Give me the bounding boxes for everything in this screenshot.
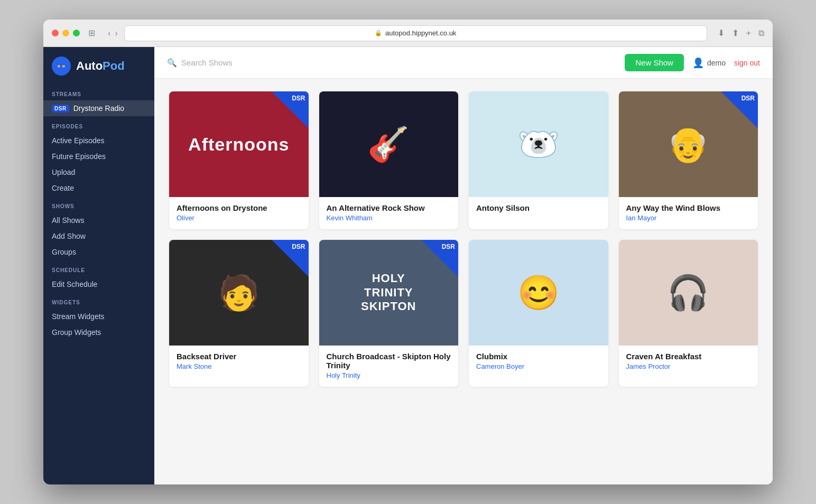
show-card-afternoons[interactable]: Afternoons DSR Afternoons on Drystone Ol…	[169, 91, 309, 229]
show-card-wind[interactable]: 👴 DSR Any Way the Wind Blows Ian Mayor	[619, 91, 758, 229]
download-button[interactable]: ⬇	[718, 28, 725, 38]
maximize-button[interactable]	[73, 30, 80, 36]
url-text: autopod.hippynet.co.uk	[385, 29, 456, 37]
show-card-clubmix[interactable]: 😊 Clubmix Cameron Boyer	[469, 240, 608, 387]
sidebar-item-stream-widgets[interactable]: Stream Widgets	[43, 309, 154, 324]
show-thumb-church: HOLYTRINITYSKIPTON DSR	[319, 240, 459, 346]
app-layout: 👓 AutoPod STREAMS DSR Drystone Radio EPI…	[43, 47, 773, 484]
show-thumb-craven: 🎧	[619, 240, 758, 346]
show-host-clubmix: Cameron Boyer	[476, 362, 601, 370]
upload-label: Upload	[52, 168, 75, 176]
show-title-antony: Antony Silson	[476, 203, 601, 212]
shows-grid: Afternoons DSR Afternoons on Drystone Ol…	[169, 91, 758, 387]
show-host-wind: Ian Mayor	[626, 214, 751, 222]
show-title-wind: Any Way the Wind Blows	[626, 203, 751, 212]
future-episodes-label: Future Episodes	[52, 152, 106, 161]
sidebar: 👓 AutoPod STREAMS DSR Drystone Radio EPI…	[43, 47, 154, 484]
sidebar-item-future-episodes[interactable]: Future Episodes	[43, 148, 154, 164]
traffic-lights	[52, 30, 80, 36]
browser-window: ⊞ ‹ › 🔒 autopod.hippynet.co.uk ⬇ ⬆ + ⧉ 👓…	[43, 20, 773, 484]
sidebar-item-all-shows[interactable]: All Shows	[43, 212, 154, 228]
streams-section-label: STREAMS	[43, 84, 154, 100]
show-host-church: Holy Trinity	[327, 371, 451, 379]
sidebar-item-active-episodes[interactable]: Active Episodes	[43, 133, 154, 148]
user-area: 👤 demo	[692, 57, 726, 69]
sidebar-item-group-widgets[interactable]: Group Widgets	[43, 324, 154, 340]
create-label: Create	[52, 184, 74, 192]
sidebar-item-create[interactable]: Create	[43, 180, 154, 196]
sidebar-item-drystone-radio[interactable]: DSR Drystone Radio	[43, 100, 154, 116]
show-host-afternoons: Oliver	[177, 214, 301, 222]
sidebar-item-add-show[interactable]: Add Show	[43, 228, 154, 244]
logo-pod: Pod	[103, 59, 125, 72]
episodes-section-label: EPISODES	[43, 116, 154, 133]
browser-actions: ⬇ ⬆ + ⧉	[718, 28, 764, 38]
show-info-craven: Craven At Breakfast James Proctor	[619, 346, 758, 378]
topbar: 🔍 New Show 👤 demo sign out	[154, 47, 773, 79]
new-tab-button[interactable]: +	[746, 28, 751, 38]
stream-widgets-label: Stream Widgets	[52, 312, 105, 321]
sidebar-item-groups[interactable]: Groups	[43, 244, 154, 260]
logo-icon: 👓	[52, 57, 71, 76]
show-info-church: Church Broadcast - Skipton Holy Trinity …	[319, 346, 459, 387]
show-info-backseat: Backseat Driver Mark Stone	[169, 346, 309, 378]
all-shows-label: All Shows	[52, 216, 84, 225]
browser-controls: ‹ ›	[108, 29, 118, 38]
show-title-afternoons: Afternoons on Drystone	[177, 203, 301, 212]
show-host-craven: James Proctor	[626, 362, 751, 370]
show-title-clubmix: Clubmix	[476, 352, 601, 361]
sidebar-toggle-button[interactable]: ⊞	[88, 28, 95, 38]
share-button[interactable]: ⬆	[732, 28, 739, 38]
sidebar-item-edit-schedule[interactable]: Edit Schedule	[43, 276, 154, 292]
group-widgets-label: Group Widgets	[52, 328, 101, 337]
show-info-alt-rock: An Alternative Rock Show Kevin Whitham	[319, 197, 459, 229]
minimize-button[interactable]	[62, 30, 69, 36]
groups-label: Groups	[52, 248, 76, 256]
widgets-section-label: WIDGETS	[43, 292, 154, 309]
show-host-backseat: Mark Stone	[177, 362, 301, 370]
show-title-backseat: Backseat Driver	[177, 352, 301, 361]
search-icon: 🔍	[167, 58, 177, 68]
show-title-craven: Craven At Breakfast	[626, 352, 751, 361]
back-button[interactable]: ‹	[108, 29, 110, 38]
close-button[interactable]	[52, 30, 59, 36]
show-thumb-afternoons: Afternoons DSR	[169, 91, 309, 197]
logo-text: AutoPod	[76, 59, 125, 73]
show-info-wind: Any Way the Wind Blows Ian Mayor	[619, 197, 758, 229]
show-info-afternoons: Afternoons on Drystone Oliver	[169, 197, 309, 229]
show-title-alt-rock: An Alternative Rock Show	[327, 203, 451, 212]
show-card-craven[interactable]: 🎧 Craven At Breakfast James Proctor	[619, 240, 758, 387]
dsr-badge: DSR	[52, 105, 69, 113]
logo-auto: Auto	[76, 59, 103, 72]
show-card-alt-rock[interactable]: 🎸 An Alternative Rock Show Kevin Whitham	[319, 91, 459, 229]
shows-section-label: SHOWS	[43, 196, 154, 212]
schedule-section-label: SCHEDULE	[43, 260, 154, 276]
sidebar-item-upload[interactable]: Upload	[43, 164, 154, 180]
forward-button[interactable]: ›	[115, 29, 117, 38]
new-show-button[interactable]: New Show	[625, 54, 684, 71]
show-thumb-backseat: 🧑 DSR	[169, 240, 309, 346]
show-thumb-alt-rock: 🎸	[319, 91, 459, 197]
active-episodes-label: Active Episodes	[52, 136, 105, 145]
show-card-backseat[interactable]: 🧑 DSR Backseat Driver Mark Stone	[169, 240, 309, 387]
show-info-clubmix: Clubmix Cameron Boyer	[469, 346, 608, 378]
show-thumb-wind: 👴 DSR	[619, 91, 758, 197]
show-title-church: Church Broadcast - Skipton Holy Trinity	[327, 352, 451, 370]
sign-out-link[interactable]: sign out	[734, 59, 760, 67]
topbar-actions: New Show 👤 demo sign out	[625, 54, 760, 71]
logo: 👓 AutoPod	[43, 47, 154, 84]
show-info-antony: Antony Silson	[469, 197, 608, 221]
show-card-church[interactable]: HOLYTRINITYSKIPTON DSR Church Broadcast …	[319, 240, 459, 387]
show-card-antony[interactable]: 🐻‍❄️ Antony Silson	[469, 91, 608, 229]
search-input[interactable]	[181, 58, 616, 67]
add-show-label: Add Show	[52, 232, 86, 240]
edit-schedule-label: Edit Schedule	[52, 280, 97, 288]
user-name: demo	[707, 59, 726, 67]
search-container: 🔍	[167, 58, 616, 68]
address-bar[interactable]: 🔒 autopod.hippynet.co.uk	[124, 25, 707, 41]
stream-name: Drystone Radio	[73, 104, 125, 113]
show-thumb-clubmix: 😊	[469, 240, 608, 346]
content-area: Afternoons DSR Afternoons on Drystone Ol…	[154, 79, 773, 484]
main-content: 🔍 New Show 👤 demo sign out	[154, 47, 773, 484]
tabs-button[interactable]: ⧉	[758, 28, 764, 38]
